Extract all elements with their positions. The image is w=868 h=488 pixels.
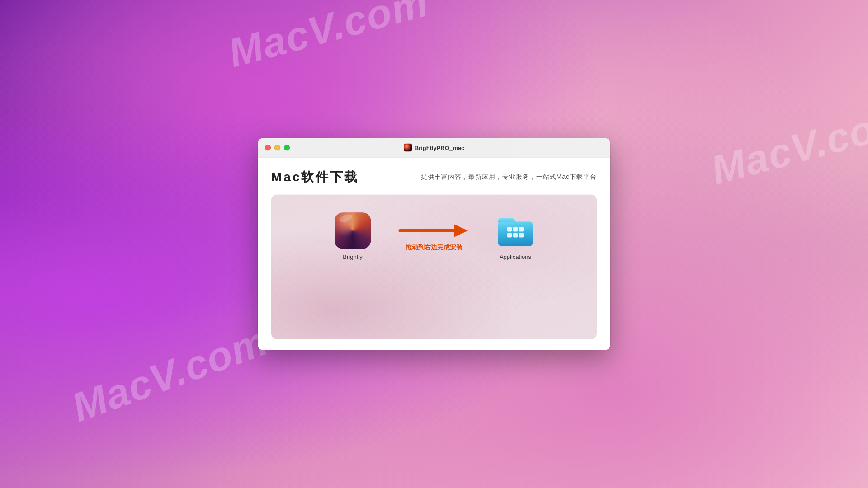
applications-folder-icon (497, 213, 533, 249)
install-area: Brightly 拖动到右边完成安装 (271, 195, 597, 339)
mac-window: BrightlyPRO_mac Mac软件下载 提供丰富内容，最新应用，专业服务… (258, 138, 610, 350)
applications-folder-label: Applications (500, 253, 531, 260)
svg-rect-6 (519, 227, 524, 232)
window-icon (404, 144, 412, 152)
arrow-area: 拖动到右边完成安装 (398, 221, 470, 251)
window-title: BrightlyPRO_mac (415, 144, 465, 151)
title-bar: BrightlyPRO_mac (258, 138, 610, 158)
traffic-lights (265, 145, 290, 150)
install-content: Brightly 拖动到右边完成安装 (280, 213, 588, 260)
minimize-button[interactable] (274, 145, 280, 150)
svg-rect-8 (513, 233, 518, 238)
maximize-button[interactable] (284, 145, 290, 150)
svg-rect-7 (507, 233, 512, 238)
brightly-app-label: Brightly (343, 253, 362, 260)
app-item-brightly[interactable]: Brightly (335, 213, 371, 260)
title-bar-content: BrightlyPRO_mac (404, 144, 465, 152)
close-button[interactable] (265, 145, 271, 150)
tagline: 提供丰富内容，最新应用，专业服务，一站式Mac下载平台 (421, 173, 597, 181)
brand-title: Mac软件下载 (271, 169, 359, 186)
svg-rect-4 (507, 227, 512, 232)
brightly-app-icon (335, 213, 371, 249)
header-area: Mac软件下载 提供丰富内容，最新应用，专业服务，一站式Mac下载平台 (271, 169, 597, 186)
svg-marker-2 (454, 224, 468, 237)
svg-rect-5 (513, 227, 518, 232)
install-instruction: 拖动到右边完成安装 (406, 243, 462, 251)
svg-rect-0 (404, 144, 412, 152)
window-content: Mac软件下载 提供丰富内容，最新应用，专业服务，一站式Mac下载平台 Brig… (258, 158, 610, 350)
svg-rect-9 (519, 233, 524, 238)
drag-arrow (398, 221, 470, 239)
app-item-applications[interactable]: Applications (497, 213, 533, 260)
